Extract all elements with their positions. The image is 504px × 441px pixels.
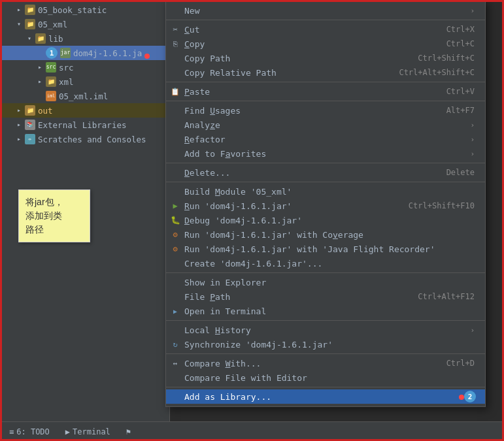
todo-status[interactable]: ≡ 6: TODO — [5, 426, 54, 438]
menu-item-build-module[interactable]: Build Module '05_xml' — [166, 184, 485, 199]
iml-icon: iml — [46, 91, 56, 101]
menu-label-copy-path: Copy Path — [184, 54, 402, 63]
menu-label-copy: Copy — [184, 39, 431, 49]
new-icon — [170, 5, 180, 16]
src-icon: src — [46, 62, 56, 73]
menu-label-new: New — [184, 6, 465, 16]
menu-item-run-coverage[interactable]: ⚙ Run 'dom4j-1.6.1.jar' with Coverage — [166, 227, 485, 242]
menu-item-cut[interactable]: ✂ Cut Ctrl+X — [166, 22, 485, 37]
run-shortcut: Ctrl+Shift+F10 — [409, 201, 475, 210]
compare-shortcut: Ctrl+D — [446, 359, 475, 368]
menu-label-build-module: Build Module '05_xml' — [184, 187, 475, 197]
label-dom4j: dom4j-1.6.1.ja — [73, 48, 142, 58]
library-icon — [170, 391, 180, 402]
flag-status[interactable]: ⚑ — [122, 426, 137, 438]
menu-item-analyze[interactable]: Analyze › — [166, 118, 485, 132]
menu-item-local-history[interactable]: Local History › — [166, 323, 485, 337]
folder-icon-xml: 📁 — [25, 19, 35, 29]
menu-item-copy[interactable]: ⎘ Copy Ctrl+C — [166, 37, 485, 51]
sidebar-item-dom4j[interactable]: 1 jar dom4j-1.6.1.ja — [0, 46, 169, 60]
delete-icon — [170, 167, 180, 178]
label-scratches: Scratches and Consoles — [38, 135, 146, 144]
sticky-text: 将jar包，添加到类路径 — [25, 197, 63, 235]
separator-5 — [166, 182, 485, 182]
sidebar-item-xml[interactable]: 📁 05_xml — [0, 17, 169, 31]
menu-item-add-favorites[interactable]: Add to Favorites › — [166, 146, 485, 161]
menu-item-refactor[interactable]: Refactor › — [166, 132, 485, 146]
folder-icon-xml-inner: 📁 — [46, 76, 56, 87]
sidebar-item-xml-folder[interactable]: 📁 xml — [0, 74, 169, 89]
main-container: 📁 05_book_static 📁 05_xml 📁 lib 1 jar do — [0, 0, 504, 441]
menu-item-run[interactable]: ▶ Run 'dom4j-1.6.1.jar' Ctrl+Shift+F10 — [166, 199, 485, 213]
menu-item-find-usages[interactable]: Find Usages Alt+F7 — [166, 103, 485, 118]
out-folder-icon: 📁 — [25, 105, 35, 116]
sidebar-item-scratches[interactable]: ✏ Scratches and Consoles — [0, 132, 169, 146]
favorites-arrow-icon: › — [470, 150, 475, 158]
menu-item-run-flight[interactable]: ⚙ Run 'dom4j-1.6.1.jar' with 'Java Fligh… — [166, 242, 485, 256]
terminal-status[interactable]: ▶ Terminal — [61, 426, 114, 438]
copy-shortcut: Ctrl+C — [446, 39, 475, 48]
sidebar-item-ext[interactable]: 📚 External Libraries — [0, 118, 169, 132]
menu-item-open-terminal[interactable]: ▶ Open in Terminal — [166, 304, 485, 318]
menu-label-debug: Debug 'dom4j-1.6.1.jar' — [184, 216, 475, 225]
sidebar-item-out[interactable]: 📁 out — [0, 103, 169, 118]
menu-label-compare-with: Compare With... — [184, 359, 431, 368]
analyze-arrow-icon: › — [470, 121, 475, 129]
menu-item-paste[interactable]: 📋 Paste Ctrl+V — [166, 84, 485, 99]
menu-item-copy-rel-path[interactable]: Copy Relative Path Ctrl+Alt+Shift+C — [166, 65, 485, 80]
todo-label: 6: TODO — [16, 427, 50, 436]
red-dot-dom4j — [144, 54, 150, 59]
paste-shortcut: Ctrl+V — [446, 87, 475, 96]
menu-item-compare-editor[interactable]: Compare File with Editor — [166, 370, 485, 385]
label-lib: lib — [48, 34, 63, 44]
label-xml-folder: xml — [59, 77, 74, 87]
menu-label-compare-editor: Compare File with Editor — [184, 373, 475, 383]
separator-9 — [166, 387, 485, 387]
sidebar-item-book-static[interactable]: 📁 05_book_static — [0, 3, 169, 17]
flag-icon: ⚑ — [126, 427, 131, 436]
find-usages-icon — [170, 105, 180, 116]
folder-icon-book-static: 📁 — [25, 5, 35, 15]
menu-label-local-history: Local History — [184, 325, 465, 335]
jar-icon-dom4j: jar — [60, 48, 71, 58]
copy-rel-path-shortcut: Ctrl+Alt+Shift+C — [399, 68, 475, 77]
menu-label-delete: Delete... — [184, 168, 431, 178]
separator-2 — [166, 82, 485, 82]
label-src: src — [59, 63, 74, 73]
arrow-ext — [14, 120, 24, 129]
arrow-xml-folder — [35, 77, 44, 86]
ext-icon: 📚 — [25, 120, 35, 130]
refactor-arrow-icon: › — [470, 135, 475, 144]
paste-icon: 📋 — [170, 86, 180, 97]
todo-icon: ≡ — [9, 427, 14, 436]
compare-editor-icon — [170, 372, 180, 383]
copy-path-shortcut: Ctrl+Shift+C — [418, 54, 475, 63]
badge-1: 1 — [46, 47, 58, 59]
menu-item-copy-path[interactable]: Copy Path Ctrl+Shift+C — [166, 51, 485, 65]
menu-item-add-library[interactable]: Add as Library... 2 — [166, 389, 485, 404]
build-icon — [170, 186, 180, 197]
menu-item-compare-with[interactable]: ↔ Compare With... Ctrl+D — [166, 356, 485, 370]
copy-rel-path-icon — [170, 67, 180, 78]
menu-item-file-path[interactable]: File Path Ctrl+Alt+F12 — [166, 289, 485, 304]
menu-label-find-usages: Find Usages — [184, 106, 431, 116]
arrow-scratches — [14, 135, 24, 144]
menu-item-debug[interactable]: 🐛 Debug 'dom4j-1.6.1.jar' — [166, 213, 485, 227]
menu-label-run: Run 'dom4j-1.6.1.jar' — [184, 201, 393, 211]
terminal-label: Terminal — [73, 427, 110, 436]
sidebar-item-iml[interactable]: iml 05_xml.iml — [0, 89, 169, 103]
sidebar-item-lib[interactable]: 📁 lib — [0, 31, 169, 46]
red-dot-library — [459, 395, 464, 400]
menu-item-new[interactable]: New › — [166, 3, 485, 18]
menu-label-show-explorer: Show in Explorer — [184, 278, 475, 287]
separator-4 — [166, 163, 485, 163]
history-icon — [170, 325, 180, 335]
menu-label-add-library: Add as Library... — [184, 392, 475, 402]
delete-shortcut: Delete — [446, 168, 475, 177]
sidebar-item-src[interactable]: src src — [0, 60, 169, 74]
menu-item-create[interactable]: Create 'dom4j-1.6.1.jar'... — [166, 256, 485, 270]
menu-item-synchronize[interactable]: ↻ Synchronize 'dom4j-1.6.1.jar' — [166, 337, 485, 351]
menu-item-delete[interactable]: Delete... Delete — [166, 165, 485, 180]
menu-item-show-explorer[interactable]: Show in Explorer — [166, 275, 485, 289]
separator-7 — [166, 320, 485, 321]
